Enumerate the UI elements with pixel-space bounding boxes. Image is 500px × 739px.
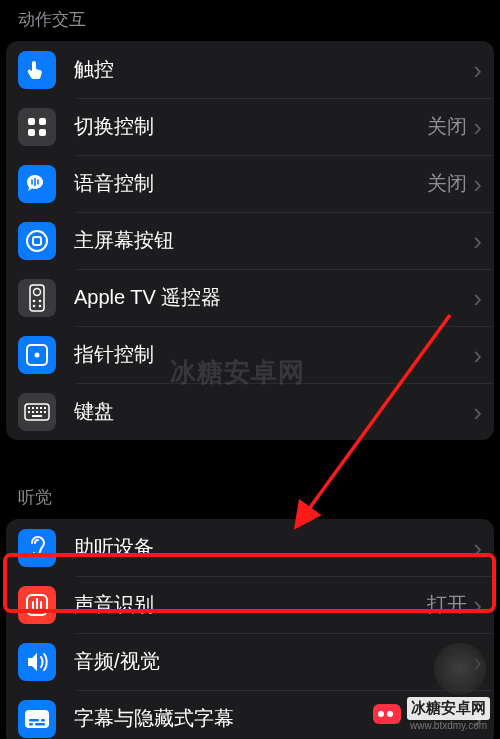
chevron-right-icon: › [473,342,482,368]
svg-rect-21 [40,407,42,409]
svg-point-11 [33,299,36,302]
svg-rect-2 [28,129,35,136]
svg-rect-36 [29,723,33,726]
row-label: 字幕与隐藏式字幕 [74,705,473,732]
svg-point-12 [39,299,42,302]
chevron-right-icon: › [473,649,482,675]
svg-rect-25 [36,411,38,413]
touch-icon [18,51,56,89]
row-label: 助听设备 [74,534,473,561]
row-label: Apple TV 遥控器 [74,284,473,311]
svg-rect-28 [32,415,42,417]
svg-rect-0 [28,118,35,125]
captions-icon [18,700,56,738]
row-touch[interactable]: 触控 › [6,41,494,98]
voice-icon [18,165,56,203]
svg-rect-22 [44,407,46,409]
svg-rect-35 [41,719,45,722]
chevron-right-icon: › [473,285,482,311]
row-value: 关闭 [427,113,467,140]
svg-point-10 [34,288,41,295]
row-label: 声音识别 [74,591,427,618]
row-sound-recognition[interactable]: 声音识别 打开 › [6,576,494,633]
svg-point-13 [33,304,36,307]
row-subtitles[interactable]: 字幕与隐藏式字幕 › [6,690,494,739]
chevron-right-icon: › [473,535,482,561]
svg-rect-20 [36,407,38,409]
row-label: 指针控制 [74,341,473,368]
row-label: 键盘 [74,398,473,425]
row-audio-visual[interactable]: 音频/视觉 › [6,633,494,690]
chevron-right-icon: › [473,228,482,254]
row-apple-tv-remote[interactable]: Apple TV 遥控器 › [6,269,494,326]
row-label: 切换控制 [74,113,427,140]
svg-rect-27 [44,411,46,413]
home-button-icon [18,222,56,260]
svg-rect-3 [39,129,46,136]
svg-rect-24 [32,411,34,413]
svg-point-14 [39,304,42,307]
row-switch-control[interactable]: 切换控制 关闭 › [6,98,494,155]
section-header-hearing: 听觉 [0,478,500,519]
svg-point-16 [35,352,40,357]
svg-rect-23 [28,411,30,413]
section-header-interaction: 动作交互 [0,0,500,41]
row-label: 音频/视觉 [74,648,473,675]
svg-rect-26 [40,411,42,413]
chevron-right-icon: › [473,592,482,618]
row-home-button[interactable]: 主屏幕按钮 › [6,212,494,269]
row-hearing-devices[interactable]: 助听设备 › [6,519,494,576]
chevron-right-icon: › [473,706,482,732]
row-voice-control[interactable]: 语音控制 关闭 › [6,155,494,212]
group-interaction: 触控 › 切换控制 关闭 › 语音控制 关闭 › 主屏幕按钮 › Apple T… [6,41,494,440]
ear-icon [18,529,56,567]
row-keyboard[interactable]: 键盘 › [6,383,494,440]
chevron-right-icon: › [473,57,482,83]
chevron-right-icon: › [473,171,482,197]
grid-icon [18,108,56,146]
chevron-right-icon: › [473,114,482,140]
svg-rect-37 [35,723,45,726]
svg-rect-1 [39,118,46,125]
speaker-icon [18,643,56,681]
svg-rect-19 [32,407,34,409]
row-label: 主屏幕按钮 [74,227,473,254]
svg-rect-18 [28,407,30,409]
row-value: 打开 [427,591,467,618]
svg-rect-34 [29,719,39,722]
svg-point-7 [27,231,47,251]
row-label: 触控 [74,56,473,83]
keyboard-icon [18,393,56,431]
row-pointer-control[interactable]: 指针控制 › [6,326,494,383]
row-value: 关闭 [427,170,467,197]
group-hearing: 助听设备 › 声音识别 打开 › 音频/视觉 › 字幕与隐藏式字幕 › [6,519,494,739]
sound-recognition-icon [18,586,56,624]
remote-icon [18,279,56,317]
row-label: 语音控制 [74,170,427,197]
svg-rect-8 [33,237,41,245]
chevron-right-icon: › [473,399,482,425]
pointer-icon [18,336,56,374]
